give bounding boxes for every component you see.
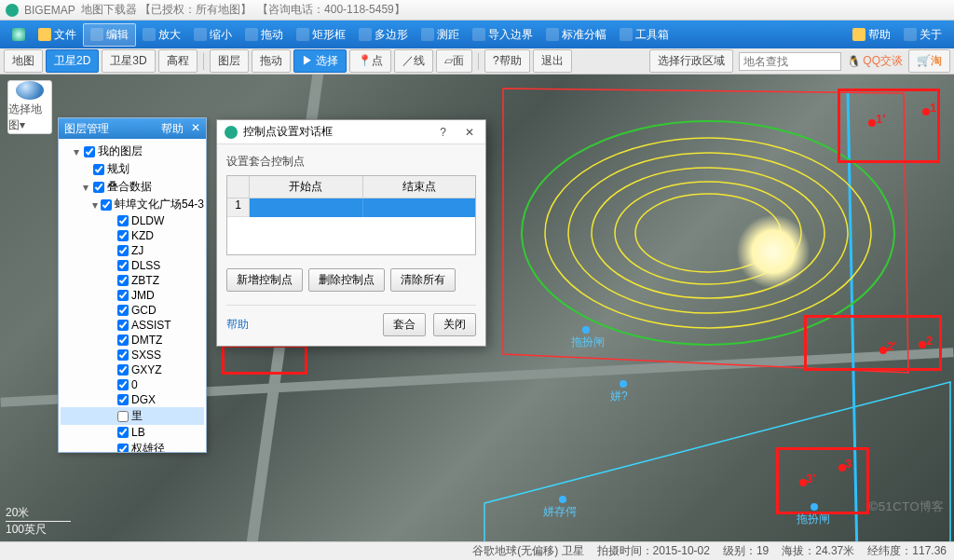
line-button[interactable]: ／线 xyxy=(394,49,433,73)
tree-plan[interactable]: 规划 xyxy=(61,160,204,178)
tree-label: 我的图层 xyxy=(98,143,143,159)
select-button[interactable]: ▶ 选择 xyxy=(293,49,347,73)
tools-button[interactable]: 工具箱 xyxy=(613,24,675,46)
dialog-help-link[interactable]: 帮助 xyxy=(226,317,249,333)
tree-item-gxyz[interactable]: GXYZ xyxy=(61,362,204,377)
layer-panel-header[interactable]: 图层管理 帮助 ✕ xyxy=(59,118,206,139)
rect-button[interactable]: 矩形框 xyxy=(290,24,352,46)
tree-item-kzd[interactable]: KZD xyxy=(61,228,204,243)
tab-map[interactable]: 地图 xyxy=(4,49,43,73)
tree-label: ASSIST xyxy=(131,319,171,332)
tree-checkbox[interactable] xyxy=(117,305,129,316)
tree-root[interactable]: ▾我的图层 xyxy=(61,143,204,160)
exit-button[interactable]: 退出 xyxy=(533,49,572,73)
tree-checkbox[interactable] xyxy=(117,444,129,453)
marker-2p-label: 2' xyxy=(887,339,896,353)
dialog-help-icon[interactable]: ? xyxy=(436,126,450,139)
close-button[interactable]: 关闭 xyxy=(433,313,476,336)
tree-checkbox[interactable] xyxy=(117,349,129,361)
control-point-table[interactable]: 开始点 结束点 1 xyxy=(226,175,476,255)
tree-checkbox[interactable] xyxy=(117,275,129,286)
tree-checkbox[interactable] xyxy=(93,182,104,193)
zoomout-button[interactable]: 缩小 xyxy=(187,24,238,46)
dialog-titlebar[interactable]: 控制点设置对话框 ? ✕ xyxy=(217,120,485,144)
tab-sat2d[interactable]: 卫星2D xyxy=(46,49,99,73)
help2-button[interactable]: ?帮助 xyxy=(484,49,530,73)
point-button[interactable]: 📍点 xyxy=(349,49,391,73)
delete-control-point-button[interactable]: 删除控制点 xyxy=(308,268,385,292)
close-icon[interactable]: ✕ xyxy=(191,121,200,137)
table-row[interactable]: 1 xyxy=(227,198,475,217)
tao-button[interactable]: 🛒淘 xyxy=(908,49,950,73)
tree-item-dgx[interactable]: DGX xyxy=(61,392,204,407)
tree-item-assist[interactable]: ASSIST xyxy=(61,318,204,333)
edit-button[interactable]: 编辑 xyxy=(83,23,136,47)
tree-checkbox[interactable] xyxy=(84,146,95,157)
region-button[interactable]: 选择行政区域 xyxy=(649,49,733,73)
tree-item-zj[interactable]: ZJ xyxy=(61,243,204,258)
tree-label: 0 xyxy=(131,378,138,391)
surface-button[interactable]: ▱面 xyxy=(436,49,472,73)
tree-overlay[interactable]: ▾叠合数据 xyxy=(61,178,204,196)
tree-checkbox[interactable] xyxy=(117,335,129,346)
search-input[interactable] xyxy=(739,52,841,71)
tree-item-zbtz[interactable]: ZBTZ xyxy=(61,273,204,288)
zoomin-button[interactable]: 放大 xyxy=(136,24,187,46)
tree-item-gcd[interactable]: GCD xyxy=(61,303,204,318)
tree-item-dlss[interactable]: DLSS xyxy=(61,258,204,273)
poly-button[interactable]: 多边形 xyxy=(352,24,415,46)
layers-button[interactable]: 图层 xyxy=(210,49,249,73)
marker-1[interactable] xyxy=(922,108,930,116)
dialog-close-icon[interactable]: ✕ xyxy=(461,126,478,139)
col-end: 结束点 xyxy=(363,176,476,198)
tree-item-dmtz[interactable]: DMTZ xyxy=(61,333,204,348)
add-control-point-button[interactable]: 新增控制点 xyxy=(226,268,303,292)
qq-button[interactable]: 🐧QQ交谈 xyxy=(847,53,903,69)
tree-item-lb[interactable]: LB xyxy=(61,425,204,440)
tree-label: SXSS xyxy=(131,348,161,362)
tab-sat3d[interactable]: 卫星3D xyxy=(102,49,155,73)
tree-checkbox[interactable] xyxy=(117,427,129,438)
tree-project[interactable]: ▾蚌埠文化广场54-3 xyxy=(61,196,204,213)
marker-2p[interactable] xyxy=(879,347,887,354)
tree-checkbox[interactable] xyxy=(117,230,129,241)
tree-checkbox[interactable] xyxy=(117,245,129,256)
tree-checkbox[interactable] xyxy=(117,364,129,376)
tree-checkbox[interactable] xyxy=(117,260,129,271)
select-map-button[interactable]: 选择地图▾ xyxy=(7,80,52,134)
measure-button[interactable]: 测距 xyxy=(415,24,466,46)
tree-item-0[interactable]: 0 xyxy=(61,377,204,392)
tree-checkbox[interactable] xyxy=(101,199,112,211)
file-button[interactable]: 文件 xyxy=(32,24,83,46)
tree-checkbox[interactable] xyxy=(117,290,129,301)
tree-checkbox[interactable] xyxy=(117,215,129,226)
tree-item-sxss[interactable]: SXSS xyxy=(61,348,204,362)
help-button[interactable]: 帮助 xyxy=(846,24,897,46)
pan-button[interactable]: 拖动 xyxy=(238,24,290,46)
tab-elev[interactable]: 高程 xyxy=(158,49,198,73)
tree-checkbox[interactable] xyxy=(117,320,129,331)
tree-item-权雄径[interactable]: 权雄径 xyxy=(61,440,204,452)
marker-1p[interactable] xyxy=(868,119,876,127)
feature-dot xyxy=(582,326,590,334)
tree-item-dldw[interactable]: DLDW xyxy=(61,213,204,228)
col-number xyxy=(227,176,250,198)
import-button[interactable]: 导入边界 xyxy=(466,24,539,46)
logo-button[interactable] xyxy=(6,25,32,44)
marker-2[interactable] xyxy=(919,341,926,348)
drag-button[interactable]: 拖动 xyxy=(252,49,291,73)
layer-panel-help[interactable]: 帮助 xyxy=(161,121,184,137)
tree-checkbox[interactable] xyxy=(117,394,129,405)
about-button[interactable]: 关于 xyxy=(897,24,948,46)
cell-end[interactable] xyxy=(363,198,476,217)
tree-checkbox[interactable] xyxy=(117,379,129,390)
tree-item-jmd[interactable]: JMD xyxy=(61,288,204,303)
clear-all-button[interactable]: 清除所有 xyxy=(390,268,456,292)
grid-button[interactable]: 标准分幅 xyxy=(539,24,613,46)
tree-checkbox[interactable] xyxy=(117,411,129,422)
fit-button[interactable]: 套合 xyxy=(383,313,426,336)
tree-checkbox[interactable] xyxy=(93,164,104,175)
tree-item-里[interactable]: 里 xyxy=(61,407,204,425)
cell-start[interactable] xyxy=(250,198,363,217)
layer-tree[interactable]: ▾我的图层 规划 ▾叠合数据 ▾蚌埠文化广场54-3 DLDWKZDZJDLSS… xyxy=(59,139,206,452)
